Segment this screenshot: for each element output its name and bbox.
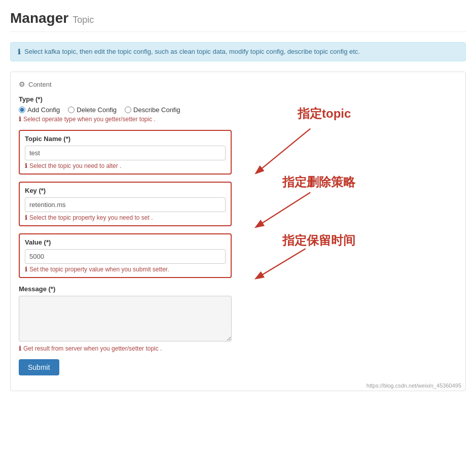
radio-describe-label: Describe Config [133,106,180,114]
value-hint: ℹ Set the topic property value when you … [25,266,226,273]
key-hint-text: Select the topic property key you need t… [29,214,153,221]
gear-icon: ⚙ [19,80,25,88]
radio-add-label: Add Config [27,106,60,114]
radio-delete-config[interactable]: Delete Config [68,106,117,114]
message-group: Message (*) ℹ Get result from server whe… [19,285,232,352]
type-hint-icon: ℹ [19,116,21,123]
info-banner: ℹ Select kafka topic, then edit the topi… [10,42,466,61]
value-label: Value (*) [25,238,226,246]
key-label: Key (*) [25,187,226,194]
annotation-2-label: 指定删除策略 [282,175,355,189]
page-title: Manager [10,10,68,26]
topic-name-input[interactable] [25,146,226,160]
radio-describe-config[interactable]: Describe Config [125,106,180,114]
annotation-1-label: 指定topic [298,107,351,120]
annotation-2: 指定删除策略 [282,174,355,190]
info-icon: ℹ [18,48,20,56]
topic-name-hint-text: Select the topic you need to alter . [29,162,121,169]
type-label: Type (*) [19,95,232,103]
value-input[interactable] [25,249,226,264]
form-section: Type (*) Add Config Delete Config Descri… [19,95,232,383]
radio-delete-label: Delete Config [77,106,117,114]
content-panel-title: ⚙ Content [19,80,457,88]
topic-name-wrapper: Topic Name (*) ℹ Select the topic you ne… [19,130,232,175]
message-label: Message (*) [19,285,232,293]
message-textarea[interactable] [19,296,232,341]
watermark: https://blog.csdn.net/weixin_45360495 [367,383,461,389]
topic-name-label: Topic Name (*) [25,135,226,143]
radio-describe-input[interactable] [125,107,131,113]
topic-name-hint-icon: ℹ [25,162,27,169]
value-wrapper: Value (*) ℹ Set the topic property value… [19,233,232,278]
value-hint-icon: ℹ [25,266,27,273]
message-hint: ℹ Get result from server when you getter… [19,345,232,352]
radio-add-input[interactable] [19,107,25,113]
content-panel-label: Content [28,81,52,88]
page-header: Manager Topic [10,10,466,32]
annotations-section: 指定topic 指定删除策略 指定保留时间 [242,95,457,383]
type-hint-text: Select operate type when you getter/sett… [23,116,156,123]
message-hint-text: Get result from server when you getter/s… [23,345,162,352]
radio-delete-input[interactable] [68,107,75,113]
value-hint-text: Set the topic property value when you su… [29,266,169,273]
type-hint: ℹ Select operate type when you getter/se… [19,116,232,123]
key-hint-icon: ℹ [25,214,27,221]
key-wrapper: Key (*) ℹ Select the topic property key … [19,182,232,226]
info-banner-text: Select kafka topic, then edit the topic … [24,48,360,55]
key-input[interactable] [25,197,226,212]
annotation-3-label: 指定保留时间 [282,233,355,247]
submit-group: Submit [19,359,232,375]
annotation-1: 指定topic [298,106,351,122]
page-subtitle: Topic [72,15,94,25]
annotation-3: 指定保留时间 [282,232,355,249]
submit-button[interactable]: Submit [19,359,59,375]
content-panel: ⚙ Content Type (*) Add Config Delete Con… [10,72,466,391]
message-hint-icon: ℹ [19,345,21,352]
topic-name-hint: ℹ Select the topic you need to alter . [25,162,226,169]
type-group: Type (*) Add Config Delete Config Descri… [19,95,232,123]
key-hint: ℹ Select the topic property key you need… [25,214,226,221]
radio-add-config[interactable]: Add Config [19,106,60,114]
radio-group: Add Config Delete Config Describe Config [19,106,232,114]
